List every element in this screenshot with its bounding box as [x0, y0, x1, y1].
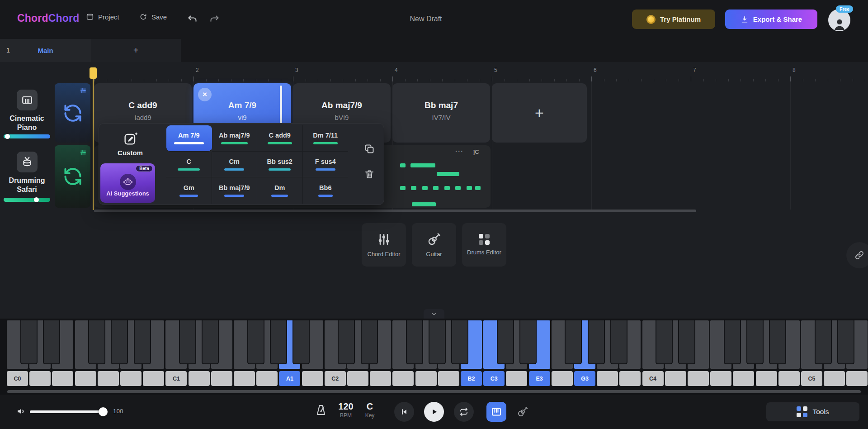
undo-button[interactable] [187, 13, 198, 24]
track-drumming-safari[interactable]: Drumming Safari [0, 145, 54, 208]
master-volume-slider[interactable] [30, 410, 108, 413]
add-section-tab[interactable]: + [91, 39, 181, 62]
volume-thumb[interactable] [34, 197, 39, 202]
track-volume-slider[interactable] [4, 198, 50, 202]
custom-chord-button[interactable]: Custom [104, 126, 157, 162]
piano-key-A-sharp-0[interactable] [134, 320, 151, 364]
piano-key-G-sharp-0[interactable] [111, 320, 128, 364]
piano-key-F-sharp-4[interactable] [724, 320, 741, 364]
tab-main[interactable]: 1 Main [0, 39, 91, 62]
track-settings-icon[interactable] [80, 149, 87, 156]
chord-suggestion-am-7-9[interactable]: Am 7/9 [166, 125, 212, 152]
piano-key-A-sharp-1[interactable] [292, 320, 310, 364]
drum-note[interactable] [422, 186, 428, 190]
volume-thumb[interactable] [5, 134, 10, 139]
delete-chord-button[interactable] [364, 169, 375, 180]
play-button[interactable] [424, 402, 444, 422]
piano-key-C-sharp-1[interactable] [179, 320, 196, 364]
chord-suggestion-dm-7-11[interactable]: Dm 7/11 [303, 125, 349, 152]
piano-key-G-sharp-1[interactable] [270, 320, 287, 364]
add-chord-button[interactable]: + [492, 83, 587, 143]
drums-editor-button[interactable]: Drums Editor [462, 223, 506, 267]
project-button[interactable]: Project [86, 13, 119, 21]
tools-button[interactable]: Tools [766, 402, 859, 421]
chord-suggestion-ab-maj7-9[interactable]: Ab maj7/9 [212, 125, 258, 152]
piano-key-A-sharp-2[interactable] [451, 320, 468, 364]
chord-suggestion-cm[interactable]: Cm [212, 152, 258, 178]
chord-resize-handle[interactable] [280, 86, 282, 124]
piano-key-F-sharp-0[interactable] [88, 320, 105, 364]
piano-key-F-sharp-1[interactable] [247, 320, 264, 364]
drum-note[interactable] [410, 163, 435, 167]
timeline-ruler[interactable]: 2345678 [0, 68, 868, 81]
copy-chord-button[interactable] [364, 143, 375, 154]
piano-key-D-sharp-5[interactable] [837, 320, 854, 364]
piano-key-C-sharp-5[interactable] [815, 320, 832, 364]
chord-suggestion-c-add9[interactable]: C add9 [257, 125, 303, 152]
drum-note[interactable] [467, 186, 472, 190]
bpm-control[interactable]: 120 BPM [332, 401, 359, 419]
chord-suggestion-gm[interactable]: Gm [166, 177, 212, 204]
metronome-button[interactable] [315, 404, 327, 416]
collapse-keyboard-button[interactable] [424, 309, 444, 319]
chord-suggestion-bb-maj7-9[interactable]: Bb maj7/9 [212, 177, 258, 204]
playhead[interactable] [90, 67, 97, 79]
piano-key-C-sharp-4[interactable] [656, 320, 673, 364]
close-chord-button[interactable]: × [198, 88, 212, 101]
piano-key-D-sharp-1[interactable] [202, 320, 219, 364]
piano-key-F-sharp-3[interactable] [565, 320, 582, 364]
chord-block-bb-maj7[interactable]: Bb maj7IV7/IV [392, 83, 490, 143]
drum-note[interactable] [437, 172, 459, 176]
chord-suggestion-f-sus4[interactable]: F sus4 [303, 152, 349, 178]
track-cinematic-piano[interactable]: Cinematic Piano [0, 83, 54, 143]
piano-key-D-sharp-4[interactable] [678, 320, 695, 364]
chord-suggestion-bb6[interactable]: Bb6 [303, 177, 349, 204]
drum-note[interactable] [400, 186, 406, 190]
track-settings-icon[interactable] [80, 87, 87, 94]
drum-note[interactable] [400, 163, 406, 167]
piano-key-C-sharp-3[interactable] [497, 320, 514, 364]
save-button[interactable]: Save [139, 13, 167, 21]
piano-key-D-sharp-2[interactable] [361, 320, 378, 364]
drums-loop-cell[interactable] [55, 145, 90, 208]
chord-editor-button[interactable]: Chord Editor [362, 223, 406, 267]
repeat-button[interactable] [454, 402, 474, 422]
key-control[interactable]: C Key [360, 401, 380, 419]
track-volume-slider[interactable] [4, 134, 50, 138]
more-options-icon[interactable]: ⋯ [455, 146, 464, 156]
piano-key-A-sharp-4[interactable] [769, 320, 786, 364]
speaker-icon[interactable] [16, 406, 26, 416]
loop-region-icon[interactable]: ]C [473, 148, 479, 155]
guitar-editor-button[interactable]: Guitar [412, 223, 456, 267]
drum-note[interactable] [433, 186, 439, 190]
piano-key-G-sharp-3[interactable] [588, 320, 605, 364]
chord-suggestion-c[interactable]: C [166, 152, 212, 178]
ai-suggestions-button[interactable]: Beta AI Suggestions [100, 163, 155, 203]
chord-suggestion-dm[interactable]: Dm [257, 177, 303, 204]
redo-button[interactable] [209, 13, 220, 24]
document-title[interactable]: New Draft [410, 15, 442, 23]
piano-key-D-sharp-0[interactable] [43, 320, 60, 364]
playhead-handle[interactable] [90, 67, 97, 79]
piano-key-C-sharp-2[interactable] [338, 320, 355, 364]
piano-key-C-sharp-0[interactable] [20, 320, 38, 364]
try-platinum-button[interactable]: Try Platinum [632, 10, 715, 29]
drum-note[interactable] [411, 186, 416, 190]
app-logo[interactable]: ChordChord [17, 12, 79, 24]
piano-key-D-sharp-3[interactable] [519, 320, 537, 364]
piano-key-A-sharp-3[interactable] [610, 320, 627, 364]
piano-loop-cell[interactable] [55, 83, 90, 143]
piano-toggle-button[interactable] [486, 402, 506, 422]
timeline-scrollbar[interactable] [94, 210, 696, 212]
piano-key-G-sharp-4[interactable] [746, 320, 764, 364]
chord-suggestion-bb-sus2[interactable]: Bb sus2 [257, 152, 303, 178]
skip-to-start-button[interactable] [394, 402, 414, 422]
piano-key-F-sharp-2[interactable] [406, 320, 423, 364]
drum-note[interactable] [475, 186, 481, 190]
export-share-button[interactable]: Export & Share [725, 10, 817, 29]
share-link-button[interactable] [846, 242, 868, 268]
drum-note[interactable] [412, 202, 436, 206]
piano-key-G-sharp-2[interactable] [429, 320, 446, 364]
volume-thumb[interactable] [99, 407, 108, 416]
drum-note[interactable] [455, 186, 461, 190]
